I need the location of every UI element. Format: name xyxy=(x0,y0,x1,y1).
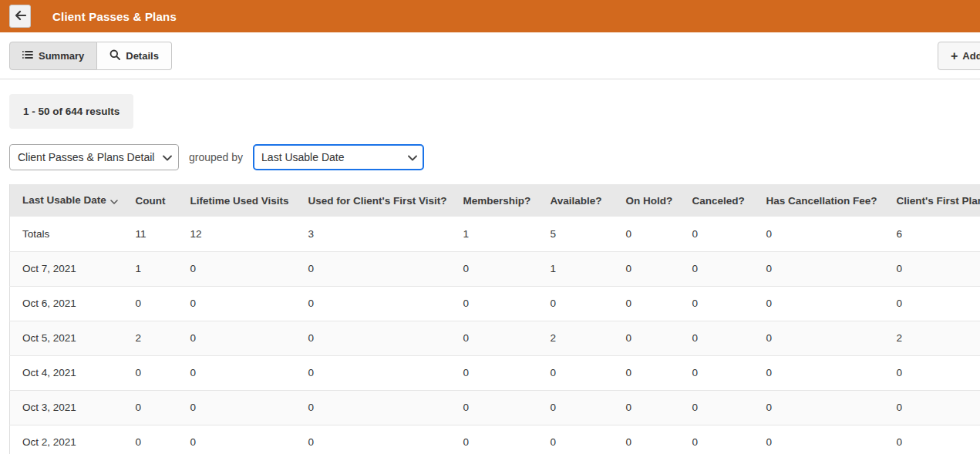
value-cell: 0 xyxy=(754,390,884,425)
column-header-last-usable-date[interactable]: Last Usable Date xyxy=(10,184,123,217)
row-label-cell: Oct 3, 2021 xyxy=(10,390,123,425)
value-cell: 0 xyxy=(614,251,680,286)
group-select-wrap: Last Usable Date xyxy=(253,144,424,170)
value-cell: 0 xyxy=(451,355,538,390)
value-cell: 0 xyxy=(296,425,451,454)
value-cell: 0 xyxy=(123,355,178,390)
results-count-badge: 1 - 50 of 644 results xyxy=(9,94,133,129)
grouped-by-label: grouped by xyxy=(189,151,243,163)
row-label-cell: Totals xyxy=(10,217,123,251)
column-header-on-hold[interactable]: On Hold? xyxy=(614,184,680,217)
value-cell: 0 xyxy=(884,286,980,321)
value-cell: 0 xyxy=(178,425,296,454)
value-cell: 1 xyxy=(538,251,614,286)
column-header-canceled[interactable]: Canceled? xyxy=(680,184,754,217)
report-table: Last Usable Date Count Lifetime Used Vis… xyxy=(9,184,980,454)
value-cell: 0 xyxy=(680,251,754,286)
value-cell: 0 xyxy=(296,321,451,355)
value-cell: 0 xyxy=(754,251,884,286)
value-cell: 0 xyxy=(884,390,980,425)
value-cell: 0 xyxy=(451,425,538,454)
value-cell: 0 xyxy=(123,286,178,321)
value-cell: 0 xyxy=(451,321,538,355)
tab-summary[interactable]: Summary xyxy=(9,42,97,70)
back-button[interactable] xyxy=(9,5,31,28)
tab-details[interactable]: Details xyxy=(97,42,172,70)
value-cell: 0 xyxy=(614,390,680,425)
value-cell: 6 xyxy=(884,217,980,251)
value-cell: 0 xyxy=(754,286,884,321)
value-cell: 2 xyxy=(538,321,614,355)
table-row: Oct 7, 2021100010000 xyxy=(10,251,980,286)
value-cell: 0 xyxy=(614,425,680,454)
value-cell: 0 xyxy=(178,390,296,425)
value-cell: 0 xyxy=(680,390,754,425)
value-cell: 2 xyxy=(884,321,980,355)
value-cell: 0 xyxy=(451,286,538,321)
value-cell: 0 xyxy=(884,355,980,390)
report-select[interactable]: Client Passes & Plans Details xyxy=(9,144,179,170)
column-header-available[interactable]: Available? xyxy=(538,184,614,217)
column-header-lifetime-used-visits[interactable]: Lifetime Used Visits xyxy=(178,184,296,217)
table-row: Oct 4, 2021000000000 xyxy=(10,355,980,390)
tab-details-label: Details xyxy=(126,50,159,62)
table-header-row: Last Usable Date Count Lifetime Used Vis… xyxy=(10,184,980,217)
value-cell: 0 xyxy=(538,286,614,321)
value-cell: 0 xyxy=(296,251,451,286)
value-cell: 0 xyxy=(754,321,884,355)
app-header: Client Passes & Plans xyxy=(0,0,980,32)
totals-row: Totals11123150006 xyxy=(10,217,980,251)
column-header-membership[interactable]: Membership? xyxy=(451,184,538,217)
value-cell: 3 xyxy=(296,217,451,251)
value-cell: 0 xyxy=(123,425,178,454)
value-cell: 0 xyxy=(614,321,680,355)
column-header-clients-first-plan[interactable]: Client's First Plan? xyxy=(884,184,980,217)
value-cell: 0 xyxy=(680,425,754,454)
value-cell: 0 xyxy=(754,425,884,454)
value-cell: 0 xyxy=(754,355,884,390)
value-cell: 0 xyxy=(754,217,884,251)
value-cell: 0 xyxy=(538,355,614,390)
value-cell: 1 xyxy=(451,217,538,251)
value-cell: 0 xyxy=(884,425,980,454)
value-cell: 0 xyxy=(296,390,451,425)
value-cell: 0 xyxy=(614,217,680,251)
value-cell: 0 xyxy=(538,425,614,454)
value-cell: 0 xyxy=(123,390,178,425)
value-cell: 0 xyxy=(296,286,451,321)
table-row: Oct 2, 2021000000000 xyxy=(10,425,980,454)
value-cell: 0 xyxy=(178,321,296,355)
value-cell: 12 xyxy=(178,217,296,251)
arrow-left-icon xyxy=(15,10,26,23)
row-label-cell: Oct 2, 2021 xyxy=(10,425,123,454)
column-header-count[interactable]: Count xyxy=(123,184,178,217)
value-cell: 0 xyxy=(538,390,614,425)
value-cell: 5 xyxy=(538,217,614,251)
add-filter-label: Add Filter xyxy=(962,50,980,62)
column-header-has-cancellation-fee[interactable]: Has Cancellation Fee? xyxy=(754,184,884,217)
report-controls: Client Passes & Plans Details grouped by… xyxy=(9,143,980,171)
group-by-select[interactable]: Last Usable Date xyxy=(253,144,424,170)
add-filter-button[interactable]: + Add Filter xyxy=(938,42,980,70)
table-row: Oct 5, 2021200020002 xyxy=(10,321,980,355)
value-cell: 0 xyxy=(296,355,451,390)
value-cell: 0 xyxy=(178,355,296,390)
chevron-down-icon xyxy=(110,195,118,207)
table-body: Totals11123150006Oct 7, 2021100010000Oct… xyxy=(10,217,980,454)
value-cell: 0 xyxy=(680,217,754,251)
value-cell: 0 xyxy=(451,251,538,286)
row-label-cell: Oct 5, 2021 xyxy=(10,321,123,355)
report-select-wrap: Client Passes & Plans Details xyxy=(9,144,179,170)
table-row: Oct 3, 2021000000000 xyxy=(10,390,980,425)
value-cell: 0 xyxy=(451,390,538,425)
value-cell: 2 xyxy=(123,321,178,355)
toolbar: Summary Details + Add Filter xyxy=(0,32,980,79)
column-header-used-for-first-visit[interactable]: Used for Client's First Visit? xyxy=(296,184,451,217)
value-cell: 0 xyxy=(614,286,680,321)
page-title: Client Passes & Plans xyxy=(52,10,177,23)
value-cell: 0 xyxy=(178,286,296,321)
table-row: Oct 6, 2021000000000 xyxy=(10,286,980,321)
value-cell: 0 xyxy=(680,286,754,321)
row-label-cell: Oct 6, 2021 xyxy=(10,286,123,321)
value-cell: 11 xyxy=(123,217,178,251)
